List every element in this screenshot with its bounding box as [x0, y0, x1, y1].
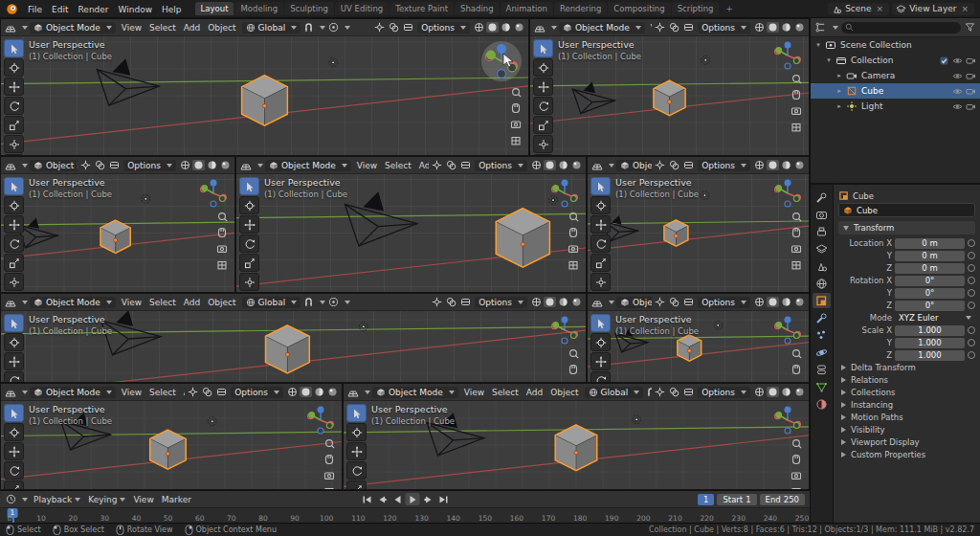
tool-scale[interactable] [239, 254, 259, 272]
view-layer-unlink-icon[interactable]: × [959, 4, 970, 13]
tool-move[interactable] [590, 352, 611, 370]
tool-tweak-select[interactable] [590, 177, 611, 195]
tool-transform[interactable] [239, 273, 259, 291]
shading-material-preview-icon[interactable] [780, 160, 792, 170]
tab-uv-editing[interactable]: UV Editing [335, 2, 389, 15]
viewport-body[interactable]: User Perspective (1) Collection | Cube [530, 36, 809, 155]
play-button[interactable] [406, 493, 420, 505]
tab-layout[interactable]: Layout [195, 2, 234, 15]
menu-render[interactable]: Render [74, 4, 114, 15]
timeline-ruler[interactable]: 1 01020304050607080901001101201301401501… [0, 508, 810, 524]
animate-dot[interactable] [968, 277, 975, 284]
viewport-body[interactable]: User Perspective (1) Collection | Cube [344, 401, 809, 489]
viewport-body[interactable]: User Perspective (1) Collection | Cube [1, 36, 528, 155]
timeline-menu-view[interactable]: View [129, 495, 157, 504]
eye-toggle-icon[interactable] [952, 86, 963, 97]
properties-tab-view-layer[interactable] [813, 241, 831, 257]
shading-wireframe-icon[interactable] [286, 387, 299, 397]
tool-move[interactable] [590, 215, 611, 234]
tool-tweak-select[interactable] [590, 314, 611, 332]
viewport-scene[interactable] [236, 174, 586, 292]
options-button[interactable]: Options [123, 160, 176, 171]
viewport-scene[interactable] [530, 36, 809, 155]
shading-solid-icon[interactable] [767, 297, 779, 307]
cube-object[interactable] [678, 335, 702, 361]
menu-view[interactable]: View [460, 388, 488, 397]
add-workspace-button[interactable]: + [720, 2, 738, 15]
menu-view[interactable]: View [353, 161, 381, 170]
outliner-row-collection[interactable]: ▾Collection [811, 53, 980, 68]
tool-transform[interactable] [4, 273, 24, 291]
property-field-z[interactable]: 0° [895, 301, 965, 311]
viewport-9[interactable]: Object Mode View Select Add Object Globa… [343, 383, 810, 490]
outliner-editor-icon[interactable] [814, 22, 827, 33]
viewport-8[interactable]: Object Mode View Select Add Object Globa… [0, 383, 343, 490]
shading-material-preview-icon[interactable] [780, 387, 792, 397]
options-button[interactable]: Options [698, 387, 750, 398]
tool-cursor[interactable] [4, 196, 24, 214]
property-field-z[interactable]: 1.000 [895, 350, 965, 361]
snap-magnet-icon[interactable] [645, 387, 652, 397]
show-overlays-icon[interactable] [201, 387, 213, 397]
options-button[interactable]: Options [698, 297, 750, 308]
blender-logo-icon[interactable] [6, 3, 18, 15]
cube-object[interactable] [496, 209, 549, 268]
toggle-xray-icon[interactable] [682, 297, 695, 307]
options-button[interactable]: Options [698, 22, 750, 34]
show-gizmos-icon[interactable] [654, 297, 666, 307]
show-overlays-icon[interactable] [445, 297, 457, 307]
menu-object[interactable]: Object [204, 298, 239, 307]
animate-dot[interactable] [968, 351, 975, 359]
viewport-body[interactable]: User Perspective (1) Collection | Cube [236, 174, 586, 292]
show-gizmos-icon[interactable] [654, 387, 666, 397]
shading-solid-icon[interactable] [544, 297, 556, 307]
panel-visibility[interactable]: Visibility [838, 424, 975, 436]
shading-rendered-icon[interactable] [570, 160, 583, 170]
mode-select[interactable]: Object Mode [616, 160, 652, 171]
toggle-xray-icon[interactable] [108, 160, 121, 170]
viewport-body[interactable]: User Perspective (1) Collection | Cube [1, 401, 342, 489]
tool-tweak-select[interactable] [346, 404, 367, 422]
proportional-editing-icon[interactable] [327, 297, 340, 307]
show-overlays-icon[interactable] [668, 22, 680, 33]
eye-toggle-icon[interactable] [952, 71, 963, 81]
panel-collections[interactable]: Collections [838, 387, 975, 398]
shading-wireframe-icon[interactable] [753, 387, 766, 397]
timeline-editor-icon[interactable] [5, 494, 17, 504]
outliner-search-input[interactable] [841, 22, 961, 34]
tab-compositing[interactable]: Compositing [608, 2, 670, 15]
cube-object[interactable] [266, 325, 310, 373]
property-field-scale-x[interactable]: 1.000 [895, 325, 965, 336]
menu-view[interactable]: View [118, 23, 145, 33]
properties-tab-object[interactable] [813, 293, 831, 308]
outliner-row-cube[interactable]: ▸Cube [811, 83, 980, 99]
tool-cursor[interactable] [4, 423, 24, 441]
properties-tab-material[interactable] [813, 396, 831, 412]
orientation-select[interactable]: Global [585, 387, 644, 398]
checkbox-toggle-icon[interactable] [939, 56, 949, 66]
viewport-scene[interactable] [1, 401, 342, 489]
shading-rendered-icon[interactable] [793, 160, 806, 170]
tool-cursor[interactable] [4, 58, 24, 77]
tool-transform[interactable] [533, 135, 553, 153]
tool-tweak-select[interactable] [4, 177, 24, 195]
viewport-1[interactable]: Object Mode View Select Add Object Globa… [0, 18, 529, 156]
expander-icon[interactable]: ▸ [835, 102, 843, 110]
expander-icon[interactable]: ▸ [835, 87, 843, 95]
frame-start-field[interactable]: Start1 [717, 494, 756, 505]
3d-viewport-editor-icon[interactable] [4, 22, 17, 34]
properties-tab-modifiers[interactable] [813, 310, 831, 325]
viewport-6[interactable]: Object Mode View Select Add Object Globa… [0, 293, 587, 383]
properties-tab-world[interactable] [813, 276, 831, 291]
tool-tweak-select[interactable] [4, 39, 24, 57]
tab-shading[interactable]: Shading [455, 2, 500, 15]
panel-viewport-display[interactable]: Viewport Display [838, 436, 975, 448]
options-button[interactable]: Options [231, 387, 283, 398]
3d-viewport-editor-icon[interactable] [590, 297, 604, 308]
property-field-z[interactable]: 0 m [895, 263, 965, 274]
tool-scale[interactable] [590, 254, 611, 272]
tool-move[interactable] [4, 78, 24, 96]
jump-to-end-button[interactable] [436, 493, 451, 505]
menu-window[interactable]: Window [114, 4, 158, 15]
animate-dot[interactable] [968, 326, 975, 334]
